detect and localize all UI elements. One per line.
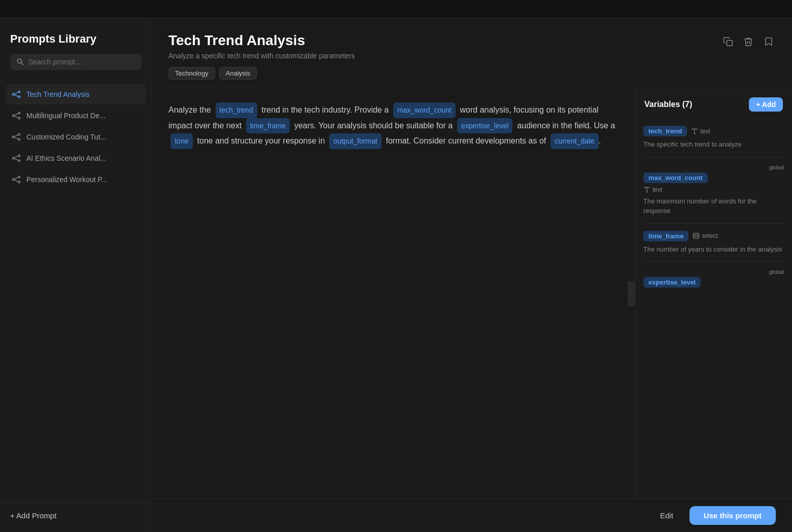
svg-line-18	[14, 156, 18, 158]
variable-item-expertise-level: global expertise_level	[643, 262, 784, 298]
global-label: global	[643, 164, 784, 170]
prompt-part2: trend in the tech industry. Provide a	[262, 105, 389, 114]
var-type-2: text	[643, 186, 784, 193]
tags-container: Technology Analysis	[168, 67, 355, 80]
var-type-3: select	[693, 232, 717, 239]
var-name-badge-4[interactable]: expertise_level	[643, 277, 701, 288]
add-variable-button[interactable]: + Add	[749, 97, 783, 112]
sidebar-item-label: Tech Trend Analysis	[26, 90, 90, 98]
var-type: text	[691, 128, 710, 135]
edit-label: Edit	[660, 511, 673, 520]
header-actions	[721, 32, 776, 49]
svg-point-21	[18, 176, 20, 178]
var-description: The specific tech trend to analyze	[643, 139, 784, 150]
edit-button[interactable]: Edit	[652, 507, 681, 524]
var-tag-max-word-count[interactable]: max_word_count	[393, 102, 456, 118]
sidebar-header: Prompts Library	[0, 18, 152, 80]
svg-point-6	[18, 112, 20, 114]
variable-item-max-word-count: global max_word_count text The maximum n…	[643, 157, 784, 224]
sidebar-item-label-5: Personalized Workout P...	[26, 175, 108, 184]
sidebar-item-label-3: Customized Coding Tut...	[26, 133, 106, 141]
drag-handle[interactable]: ⋮	[628, 281, 635, 306]
copy-button[interactable]	[721, 34, 735, 49]
top-bar	[0, 0, 792, 18]
var-tag-tone[interactable]: tone	[170, 133, 192, 149]
prompt-flow-icon	[11, 89, 21, 99]
var-name-badge-3[interactable]: time_frame	[643, 231, 688, 241]
bottom-bar: Edit Use this prompt	[152, 499, 792, 532]
main-content: Tech Trend Analysis Analyze a specific t…	[152, 18, 792, 532]
prompt-area: Analyze the tech_trend trend in the tech…	[152, 88, 635, 499]
variable-item-tech-trend: tech_trend text The specific tech trend …	[643, 119, 784, 157]
svg-point-7	[18, 117, 20, 119]
tag-technology: Technology	[168, 67, 215, 80]
var-name-badge-2[interactable]: max_word_count	[643, 172, 708, 183]
sidebar-title: Prompts Library	[10, 32, 142, 46]
var-description-3: The number of years to consider in the a…	[643, 244, 784, 255]
search-input[interactable]	[28, 58, 135, 66]
global-label-2: global	[643, 269, 784, 275]
var-type-label-3: select	[702, 232, 717, 239]
copy-icon	[723, 37, 733, 47]
body-area: Analyze the tech_trend trend in the tech…	[152, 88, 792, 499]
var-item-header: tech_trend text	[643, 126, 784, 136]
svg-line-3	[14, 92, 18, 94]
prompt-part7: format. Consider current developments as…	[386, 136, 546, 145]
search-box[interactable]	[10, 54, 142, 70]
sidebar-item-workout[interactable]: Personalized Workout P...	[6, 169, 146, 190]
sidebar-item-coding[interactable]: Customized Coding Tut...	[6, 127, 146, 147]
prompt-intro: Analyze the	[168, 105, 211, 114]
var-tag-current-date[interactable]: current_date	[550, 133, 599, 149]
sidebar-item-label-4: AI Ethics Scenario Anal...	[26, 154, 106, 162]
variables-header: Variables (7) + Add	[635, 88, 792, 119]
svg-point-16	[18, 155, 20, 156]
svg-point-17	[18, 160, 20, 161]
svg-point-1	[18, 91, 20, 92]
svg-point-15	[13, 157, 14, 159]
sidebar-item-label-2: Multilingual Product De...	[26, 112, 106, 120]
sidebar-footer: + Add Prompt	[0, 503, 152, 532]
var-tag-time-frame[interactable]: time_frame	[246, 118, 290, 134]
use-prompt-button[interactable]: Use this prompt	[690, 506, 776, 525]
sidebar-item-ai-ethics[interactable]: AI Ethics Scenario Anal...	[6, 148, 146, 168]
svg-point-22	[18, 181, 20, 183]
add-prompt-label: + Add Prompt	[10, 511, 56, 520]
select-icon	[693, 232, 700, 239]
sidebar-item-tech-trend[interactable]: Tech Trend Analysis	[6, 84, 146, 104]
svg-line-19	[14, 159, 18, 160]
delete-button[interactable]	[741, 34, 755, 49]
sidebar-nav: Tech Trend Analysis Multilingual Product…	[0, 80, 152, 503]
var-tag-expertise-level[interactable]: expertise_level	[457, 118, 512, 134]
var-tag-tech-trend[interactable]: tech_trend	[216, 102, 257, 118]
prompt-flow-icon-3	[11, 132, 21, 142]
prompt-part6: tone and structure your response in	[197, 136, 325, 145]
main-header: Tech Trend Analysis Analyze a specific t…	[152, 18, 792, 88]
add-prompt-button[interactable]: + Add Prompt	[10, 511, 56, 520]
prompt-flow-icon-5	[11, 174, 21, 185]
prompt-flow-icon-2	[11, 111, 21, 121]
variables-list: tech_trend text The specific tech trend …	[635, 119, 792, 499]
tag-analysis: Analysis	[219, 67, 257, 80]
prompt-end: .	[599, 136, 601, 145]
page-title: Tech Trend Analysis	[168, 32, 355, 49]
var-item-header-3: time_frame select	[643, 231, 784, 241]
bookmark-icon	[764, 37, 774, 47]
var-name-badge[interactable]: tech_trend	[643, 126, 687, 136]
variables-panel: Variables (7) + Add tech_trend	[635, 88, 792, 499]
use-prompt-label: Use this prompt	[704, 511, 762, 520]
prompt-flow-icon-4	[11, 153, 21, 163]
var-tag-output-format[interactable]: output_format	[329, 133, 381, 149]
prompt-part5: audience in the field. Use a	[517, 121, 615, 130]
add-var-label: + Add	[756, 100, 776, 109]
text-icon	[691, 128, 698, 135]
svg-point-10	[13, 136, 14, 137]
svg-line-14	[14, 137, 18, 139]
svg-line-4	[14, 95, 18, 96]
sidebar-item-multilingual[interactable]: Multilingual Product De...	[6, 105, 146, 126]
svg-point-5	[13, 115, 14, 116]
svg-point-0	[13, 93, 14, 95]
trash-icon	[743, 37, 753, 47]
bookmark-button[interactable]	[762, 34, 776, 49]
svg-line-24	[14, 180, 18, 182]
variable-item-time-frame: time_frame select The number of years to…	[643, 224, 784, 262]
